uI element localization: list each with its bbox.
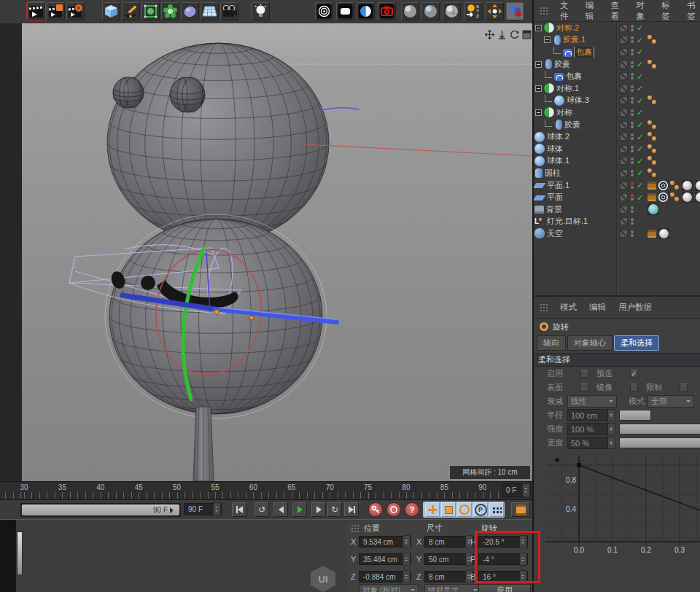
enabled-check-icon[interactable]: ✓ bbox=[637, 60, 645, 69]
enabled-check-icon[interactable]: ✓ bbox=[637, 144, 645, 153]
rotate-icon[interactable] bbox=[509, 29, 519, 39]
pos-z-field[interactable]: -0.884 cm bbox=[359, 571, 411, 583]
enabled-check-icon[interactable]: ✓ bbox=[637, 133, 645, 141]
layer-toggle-icon[interactable] bbox=[620, 193, 628, 201]
enabled-check-icon[interactable]: ✓ bbox=[637, 168, 645, 177]
mirror-checkbox[interactable] bbox=[630, 383, 638, 392]
orange-dots-tag[interactable] bbox=[648, 168, 657, 178]
menu-edit[interactable]: 编辑 bbox=[586, 0, 599, 22]
visibility-dots[interactable] bbox=[630, 206, 634, 214]
layer-toggle-icon[interactable] bbox=[620, 217, 628, 225]
tab-object-axis[interactable]: 对象轴心 bbox=[567, 335, 612, 351]
key-scale-toggle[interactable] bbox=[441, 502, 456, 517]
expander-icon[interactable] bbox=[535, 85, 542, 92]
coordinates-manager-icon[interactable]: XYZ bbox=[464, 2, 483, 20]
key-pla-toggle[interactable] bbox=[489, 502, 504, 517]
visibility-dots[interactable] bbox=[630, 36, 634, 44]
radius-stepper[interactable] bbox=[608, 409, 615, 421]
maximize-view-icon[interactable] bbox=[521, 29, 532, 39]
render-view-icon[interactable] bbox=[315, 2, 333, 20]
mat-white-tag[interactable] bbox=[695, 180, 700, 191]
visibility-dots[interactable] bbox=[630, 24, 634, 32]
pan-icon[interactable] bbox=[484, 29, 494, 39]
object-row[interactable]: 胶囊.1✓ bbox=[534, 34, 700, 47]
object-label[interactable]: 包裹 bbox=[566, 71, 582, 82]
stick-cylinder[interactable] bbox=[193, 407, 214, 481]
orange-dots-tag[interactable] bbox=[670, 181, 680, 190]
falloff-curve[interactable] bbox=[579, 465, 700, 510]
layer-toggle-icon[interactable] bbox=[620, 36, 628, 44]
play-button[interactable] bbox=[292, 502, 307, 517]
object-label[interactable]: 平面 bbox=[547, 192, 563, 203]
layer-toggle-icon[interactable] bbox=[620, 109, 628, 117]
layer-toggle-icon[interactable] bbox=[620, 24, 628, 32]
layer-toggle-icon[interactable] bbox=[620, 169, 628, 177]
size-x-field[interactable]: 8 cm bbox=[424, 536, 474, 548]
orange-dots-tag[interactable] bbox=[648, 60, 657, 69]
visibility-dots[interactable] bbox=[630, 145, 634, 153]
width-slider[interactable] bbox=[619, 437, 700, 448]
camera-tool-icon[interactable] bbox=[220, 2, 238, 20]
range-end-field[interactable]: 0 F bbox=[502, 483, 531, 497]
target-tag[interactable] bbox=[658, 192, 668, 202]
orange-dots-tag[interactable] bbox=[648, 35, 657, 44]
radius-value[interactable]: 100 cm bbox=[567, 409, 608, 421]
panel-drag-handle-icon[interactable] bbox=[540, 303, 548, 311]
timeline-film-button[interactable] bbox=[511, 502, 530, 517]
compositing-tag[interactable] bbox=[648, 230, 656, 238]
visibility-dots[interactable] bbox=[630, 133, 634, 141]
next-key-button[interactable]: ↻ bbox=[327, 502, 342, 517]
eye-sphere-right[interactable] bbox=[170, 77, 205, 112]
gizmo-handle-dot[interactable] bbox=[214, 310, 219, 315]
menu-tags[interactable]: 标签 bbox=[661, 0, 674, 22]
layer-toggle-icon[interactable] bbox=[620, 145, 628, 153]
visibility-dots[interactable] bbox=[630, 72, 634, 80]
object-label[interactable]: 胶囊 bbox=[554, 59, 570, 70]
cube-primitive-icon[interactable] bbox=[102, 2, 120, 20]
light-tool-icon[interactable] bbox=[252, 2, 270, 20]
menu-object[interactable]: 对象 bbox=[636, 0, 649, 22]
enabled-check-icon[interactable]: ✓ bbox=[637, 47, 645, 56]
object-row[interactable]: 胶囊✓ bbox=[534, 58, 700, 71]
visibility-dots[interactable] bbox=[630, 48, 634, 56]
pos-x-field[interactable]: 9.534 cm bbox=[359, 536, 411, 548]
render-region-icon[interactable] bbox=[336, 2, 354, 20]
pen-spline-icon[interactable] bbox=[122, 2, 140, 20]
orange-dots-tag[interactable] bbox=[648, 120, 657, 130]
menu-edit[interactable]: 编辑 bbox=[589, 302, 606, 313]
size-z-field[interactable]: 8 cm bbox=[424, 571, 474, 583]
clapper-preview-icon[interactable] bbox=[27, 2, 45, 20]
menu-view[interactable]: 查看 bbox=[611, 0, 624, 22]
eye-sphere-left[interactable] bbox=[113, 77, 144, 108]
cage-deformer-icon[interactable] bbox=[141, 2, 160, 20]
orange-dots-tag[interactable] bbox=[648, 132, 657, 141]
object-row[interactable]: 包裹✓ bbox=[534, 70, 700, 82]
pos-y-field[interactable]: 35.484 cm bbox=[359, 553, 411, 565]
goto-start-button[interactable] bbox=[232, 502, 246, 517]
material-sphere-3-icon[interactable] bbox=[443, 2, 461, 20]
visibility-dots[interactable] bbox=[630, 109, 634, 117]
menu-mode[interactable]: 模式 bbox=[560, 302, 577, 313]
layer-toggle-icon[interactable] bbox=[620, 206, 628, 214]
orange-dots-tag[interactable] bbox=[648, 96, 657, 105]
enabled-check-icon[interactable]: ✓ bbox=[637, 84, 645, 93]
enabled-check-icon[interactable]: ✓ bbox=[637, 193, 645, 202]
enabled-check-icon[interactable]: ✓ bbox=[637, 120, 645, 129]
object-row[interactable]: 平面✓ bbox=[534, 191, 700, 203]
object-label[interactable]: 胶囊.1 bbox=[563, 34, 586, 45]
object-label[interactable]: 包裹 bbox=[575, 47, 594, 58]
move-active-tool-icon[interactable] bbox=[506, 2, 524, 20]
object-label[interactable]: 球体.3 bbox=[567, 95, 589, 106]
key-parameter-toggle[interactable]: P bbox=[473, 502, 488, 517]
compositing-tag[interactable] bbox=[648, 193, 656, 201]
object-row[interactable]: 球体✓ bbox=[534, 143, 700, 155]
apply-button[interactable]: 应用 bbox=[478, 584, 531, 592]
timeline-ruler[interactable]: 30354045505560657075808590 0 F bbox=[0, 481, 532, 500]
visibility-dots[interactable] bbox=[630, 85, 634, 93]
visibility-dots[interactable] bbox=[630, 157, 634, 165]
object-label[interactable]: 胶囊 bbox=[564, 120, 580, 131]
menu-file[interactable]: 文件 bbox=[560, 0, 573, 22]
visibility-dots[interactable] bbox=[630, 61, 634, 69]
grid-plane-icon[interactable] bbox=[201, 2, 219, 20]
preselect-checkbox[interactable]: ✓ bbox=[630, 370, 638, 378]
